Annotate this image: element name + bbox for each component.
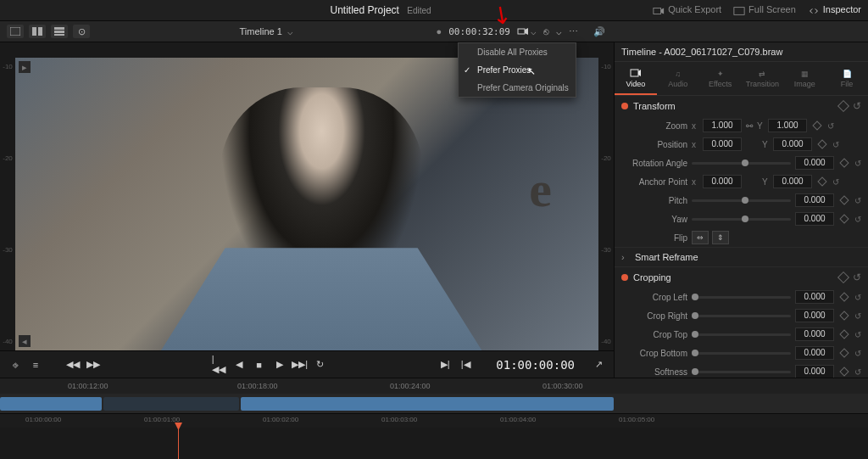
- rst[interactable]: ↺: [854, 293, 861, 302]
- yaw-input[interactable]: 0.000: [795, 212, 834, 226]
- rot-input[interactable]: 0.000: [795, 156, 834, 170]
- video-preview[interactable]: e ▸ ◂: [15, 58, 598, 350]
- in-handle[interactable]: ▸: [19, 61, 31, 73]
- tab-transition[interactable]: ⇄Transition: [741, 62, 783, 95]
- kf[interactable]: [839, 195, 849, 204]
- timeline-name[interactable]: Timeline 1: [240, 26, 282, 36]
- main-ruler[interactable]: 01:00:00:00 01:00:01:00 01:00:02:00 01:0…: [0, 414, 868, 428]
- tab-audio[interactable]: ♫Audio: [657, 62, 699, 95]
- reset-icon[interactable]: ↺: [853, 100, 861, 112]
- out-handle[interactable]: ◂: [19, 335, 31, 347]
- cl-input[interactable]: 0.000: [795, 290, 834, 304]
- pos-x-input[interactable]: 0.000: [703, 137, 742, 151]
- first-frame[interactable]: |◀◀: [212, 358, 225, 372]
- clip[interactable]: [103, 397, 239, 411]
- tab-effects[interactable]: ✦Effects: [699, 62, 742, 95]
- section-title[interactable]: Cropping: [633, 272, 834, 283]
- pitch-slider[interactable]: [692, 199, 791, 202]
- cb-slider[interactable]: [692, 352, 791, 355]
- kf[interactable]: [839, 158, 849, 167]
- cr-input[interactable]: 0.000: [795, 309, 834, 322]
- kf[interactable]: [839, 367, 849, 376]
- tab-file[interactable]: 📄File: [826, 62, 868, 95]
- inspector-button[interactable]: Inspector: [808, 4, 861, 15]
- tool-btn-1[interactable]: [7, 25, 24, 38]
- kf[interactable]: [839, 329, 849, 339]
- next-edit[interactable]: ▶▶: [86, 358, 100, 372]
- rst[interactable]: ↺: [854, 159, 861, 168]
- rst[interactable]: ↺: [854, 367, 861, 377]
- tool-btn-3[interactable]: [51, 25, 68, 38]
- dd-prefer-originals[interactable]: Prefer Camera Originals: [459, 79, 576, 97]
- kf[interactable]: [812, 120, 821, 130]
- ct-slider[interactable]: [692, 333, 791, 336]
- flip-h[interactable]: ⇔: [692, 231, 709, 244]
- rst[interactable]: ↺: [854, 311, 861, 321]
- main-tracks[interactable]: [0, 428, 868, 459]
- timecode-display[interactable]: 00:00:32:09: [448, 26, 510, 37]
- kf[interactable]: [839, 214, 849, 223]
- anchor-x-input[interactable]: 0.000: [703, 175, 742, 188]
- match-frame[interactable]: ↗: [592, 358, 605, 372]
- zoom-x-input[interactable]: 1.000: [703, 119, 742, 132]
- prev-edit[interactable]: ◀◀: [66, 358, 80, 372]
- ct-input[interactable]: 0.000: [795, 327, 834, 341]
- mark-in[interactable]: ▶|: [438, 358, 452, 372]
- enable-dot[interactable]: [621, 274, 628, 281]
- insert-icon[interactable]: ⎆: [8, 358, 22, 372]
- flip-v[interactable]: ⇕: [712, 231, 729, 244]
- kf[interactable]: [839, 311, 849, 320]
- tool-btn-2[interactable]: [29, 25, 46, 38]
- tool-icon-b[interactable]: ⌵: [556, 26, 562, 37]
- rst[interactable]: ↺: [854, 349, 861, 358]
- cl-slider[interactable]: [692, 296, 791, 299]
- kf[interactable]: [817, 139, 826, 148]
- overwrite-icon[interactable]: ≡: [29, 358, 42, 372]
- quick-export-button[interactable]: Quick Export: [653, 4, 721, 15]
- kf[interactable]: [839, 292, 849, 301]
- rst[interactable]: ↺: [854, 215, 861, 224]
- cr-slider[interactable]: [692, 315, 791, 317]
- mark-out[interactable]: |◀: [459, 358, 472, 372]
- options-icon[interactable]: ⋯: [569, 26, 578, 37]
- kf[interactable]: [839, 348, 849, 357]
- playhead[interactable]: [178, 428, 179, 459]
- mini-ruler[interactable]: 01:00:12:00 01:00:18:00 01:00:24:00 01:0…: [0, 378, 868, 394]
- transport-timecode[interactable]: 01:00:00:00: [496, 358, 575, 372]
- step-back[interactable]: ◀: [232, 358, 246, 372]
- dd-disable-proxies[interactable]: Disable All Proxies: [459, 43, 576, 61]
- rst[interactable]: ↺: [827, 121, 834, 131]
- link-icon[interactable]: ⚯: [746, 121, 753, 131]
- tab-image[interactable]: ▦Image: [783, 62, 826, 95]
- dd-prefer-proxies[interactable]: Prefer Proxies: [459, 61, 576, 79]
- rst[interactable]: ↺: [853, 271, 861, 283]
- keyframe-icon[interactable]: [837, 100, 849, 112]
- enable-dot[interactable]: [621, 103, 628, 109]
- kf[interactable]: [817, 176, 826, 186]
- proxy-menu-button[interactable]: ⌵: [517, 26, 537, 37]
- cs-input[interactable]: 0.000: [795, 365, 834, 378]
- tool-icon-a[interactable]: ⎋: [543, 26, 549, 36]
- cb-input[interactable]: 0.000: [795, 346, 834, 360]
- kf[interactable]: [837, 271, 849, 283]
- record-icon[interactable]: ●: [436, 26, 442, 36]
- rst[interactable]: ↺: [854, 196, 861, 205]
- stop-button[interactable]: ■: [253, 358, 266, 372]
- clip[interactable]: [0, 397, 102, 411]
- anchor-y-input[interactable]: 0.000: [773, 175, 812, 188]
- tool-btn-4[interactable]: ⊙: [73, 25, 90, 38]
- speaker-icon[interactable]: 🔊: [593, 26, 605, 37]
- rot-slider[interactable]: [692, 162, 791, 165]
- cs-slider[interactable]: [692, 371, 791, 373]
- mini-track[interactable]: [0, 394, 868, 414]
- tab-video[interactable]: Video: [615, 62, 657, 95]
- smart-reframe-title[interactable]: Smart Reframe: [635, 252, 861, 262]
- clip[interactable]: [241, 397, 614, 411]
- pos-y-input[interactable]: 0.000: [773, 137, 812, 151]
- yaw-slider[interactable]: [692, 218, 791, 221]
- chevron-down-icon[interactable]: ⌵: [287, 26, 293, 37]
- pitch-input[interactable]: 0.000: [795, 193, 834, 207]
- rst[interactable]: ↺: [854, 330, 861, 339]
- chevron-right-icon[interactable]: ›: [621, 252, 630, 262]
- rst[interactable]: ↺: [832, 177, 839, 187]
